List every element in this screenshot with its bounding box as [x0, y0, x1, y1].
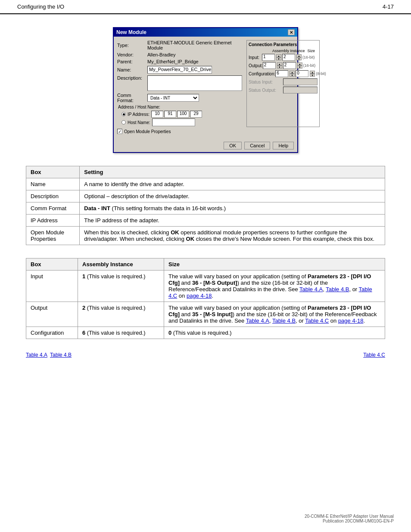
input-spinner[interactable]: ▲ ▼: [276, 54, 281, 60]
output-row: Output: 2 ▲ ▼ 2 ▲ ▼: [249, 62, 318, 69]
output-assembly-value[interactable]: 2: [263, 62, 276, 69]
table2-row3-col3: 0 (This value is required.): [164, 327, 385, 339]
host-radio-button[interactable]: [121, 120, 126, 124]
table-row: Comm Format Data - INT (This setting for…: [26, 202, 385, 215]
table4c-link-2[interactable]: Table 4.C: [305, 317, 329, 324]
input-label: Input:: [249, 55, 262, 60]
config-size-spinner[interactable]: ▲ ▼: [310, 71, 315, 77]
table1-row5-col2: When this box is checked, clicking OK op…: [80, 227, 385, 245]
bottom-table4c-link[interactable]: Table 4.C: [363, 352, 385, 358]
ip-octet-3[interactable]: 100: [177, 111, 189, 118]
input-spin-up[interactable]: ▲: [276, 54, 281, 57]
config-size-value[interactable]: 0: [296, 70, 308, 77]
table2: Box Assembly Instance Size Input 1 (This…: [26, 258, 385, 339]
table1-col2-header: Setting: [80, 166, 385, 178]
table4a-link-1[interactable]: Table 4.A: [299, 286, 323, 292]
ip-octet-1[interactable]: 10: [151, 111, 163, 118]
bottom-table4b-link[interactable]: Table 4.B: [50, 352, 72, 358]
input-bold: 1: [82, 273, 85, 280]
config-size-spin-up[interactable]: ▲: [310, 71, 315, 74]
host-name-input[interactable]: [152, 118, 195, 126]
page418-link-2[interactable]: page 4-18: [338, 317, 364, 324]
input-size-spin-down[interactable]: ▼: [296, 57, 302, 60]
table2-wrapper: Box Assembly Instance Size Input 1 (This…: [26, 258, 385, 339]
config-spinner[interactable]: ▲ ▼: [290, 71, 295, 77]
table4b-link-2[interactable]: Table 4.B: [272, 317, 296, 324]
output-bold: 2: [82, 305, 85, 311]
table2-row1-col3: The value will vary based on your applic…: [164, 271, 385, 302]
table2-col2-header: Assembly Instance: [78, 258, 164, 271]
input-size-spinner[interactable]: ▲ ▼: [296, 54, 302, 60]
comm-format-select[interactable]: Data - INT: [147, 94, 199, 102]
config-spin-up[interactable]: ▲: [290, 71, 295, 74]
status-input-label: Status Input:: [249, 80, 283, 84]
open-module-checkbox[interactable]: ✓: [117, 129, 122, 134]
connection-parameters-panel: Connection Parameters Assembly Instance …: [246, 40, 320, 127]
input-size-value[interactable]: 2: [282, 54, 295, 61]
table2-col3-header: Size: [164, 258, 385, 271]
ip-radio-label: IP Address:: [128, 112, 149, 117]
status-output-row: Status Output:: [249, 87, 318, 93]
name-input[interactable]: My_PowerFlex_70_EC_Drive: [147, 66, 212, 74]
description-label: Description:: [117, 75, 147, 81]
input-row: Input: 1 ▲ ▼ 2 ▲ ▼: [249, 54, 318, 61]
host-radio-row[interactable]: Host Name:: [121, 118, 242, 126]
input-spin-down[interactable]: ▼: [276, 57, 281, 60]
param36-bold: 36 - [M-S Output]: [192, 280, 237, 286]
config-spin-down[interactable]: ▼: [290, 74, 295, 77]
output-size-spin-up[interactable]: ▲: [297, 62, 302, 65]
table1-row3-col2: Data - INT (This setting formats the dat…: [80, 202, 385, 215]
output-spin-up[interactable]: ▲: [277, 62, 282, 65]
new-module-dialog: New Module ✕ Type: ETHERNET-MODULE Gener…: [113, 27, 298, 153]
footer-line2: Publication 20COMM-UM010G-EN-P: [305, 519, 394, 523]
table2-col1-header: Box: [26, 258, 78, 271]
table2-row3-col1: Configuration: [26, 327, 78, 339]
ok-bold-2: OK: [186, 236, 195, 242]
output-size-value[interactable]: 2: [283, 62, 296, 69]
type-label: Type:: [117, 43, 147, 48]
help-button[interactable]: Help: [273, 142, 294, 149]
config-assembly-value[interactable]: 6: [275, 70, 288, 77]
output-spin-down[interactable]: ▼: [277, 65, 282, 68]
ok-button[interactable]: OK: [224, 142, 242, 149]
ip-octet-2[interactable]: 91: [164, 111, 176, 118]
output-size-spin-down[interactable]: ▼: [297, 65, 302, 68]
table1-col1-header: Box: [26, 166, 80, 178]
input-assembly-value[interactable]: 1: [262, 54, 275, 61]
input-size-spin-up[interactable]: ▲: [296, 54, 302, 57]
page418-link-1[interactable]: page 4-18: [187, 292, 212, 299]
table4a-link-2[interactable]: Table 4.A: [246, 317, 269, 324]
description-input[interactable]: [147, 75, 242, 91]
dialog-close-button[interactable]: ✕: [288, 29, 295, 35]
page-header: Configuring the I/O 4-17: [0, 0, 411, 14]
dialog-titlebar: New Module ✕: [114, 28, 297, 37]
ip-radio-button[interactable]: [121, 112, 126, 116]
table4b-link-1[interactable]: Table 4.B: [326, 286, 349, 292]
status-output-label: Status Output:: [249, 88, 283, 93]
table1-row1-col2: A name to identify the drive and adapter…: [80, 178, 385, 190]
table1-row4-col2: The IP address of the adapter.: [80, 215, 385, 227]
zero-bold: 0: [168, 330, 171, 336]
status-input-row: Status Input:: [249, 78, 318, 85]
chapter-title: Configuring the I/O: [17, 3, 64, 10]
table2-row1-col1: Input: [26, 271, 78, 302]
table-row: Configuration 6 (This value is required.…: [26, 327, 385, 339]
output-size-spinner[interactable]: ▲ ▼: [297, 62, 302, 68]
ip-octet-4[interactable]: 29: [190, 111, 202, 118]
vendor-label: Vendor:: [117, 52, 147, 57]
bottom-table4a-link[interactable]: Table 4.A: [26, 352, 47, 358]
table2-row2-col2: 2 (This value is required.): [78, 302, 164, 327]
table2-row3-col2: 6 (This value is required.): [78, 327, 164, 339]
dialog-title: New Module: [116, 29, 146, 35]
ip-radio-row[interactable]: IP Address: 10 91 100 29: [121, 111, 242, 118]
table-row: Name A name to identify the drive and ad…: [26, 178, 385, 190]
config-size-spin-down[interactable]: ▼: [310, 74, 315, 77]
table1-row2-col1: Description: [26, 190, 80, 202]
open-module-checkbox-row[interactable]: ✓ Open Module Properties: [117, 129, 294, 134]
cancel-button[interactable]: Cancel: [244, 142, 270, 149]
dialog-screenshot-container: New Module ✕ Type: ETHERNET-MODULE Gener…: [26, 27, 385, 153]
dialog-footer: OK Cancel Help: [114, 140, 297, 152]
table1-row4-col1: IP Address: [26, 215, 80, 227]
input-size-label: (16-bit): [302, 55, 318, 59]
output-spinner[interactable]: ▲ ▼: [277, 62, 282, 68]
